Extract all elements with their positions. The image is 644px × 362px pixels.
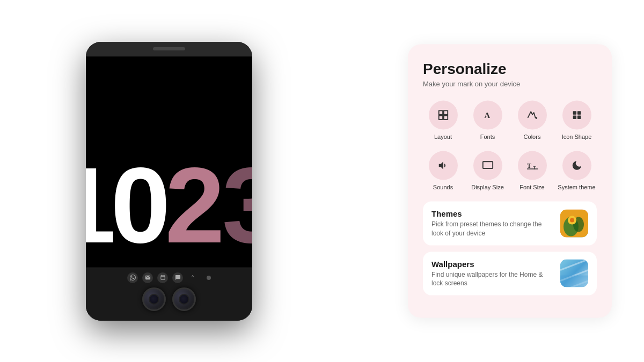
camera-inner-right xyxy=(179,294,189,305)
camera-row xyxy=(142,287,196,311)
colors-label: Colors xyxy=(524,132,541,140)
sidebar-item-font-size[interactable]: T T Font Size xyxy=(512,151,552,190)
fonts-icon-circle: A xyxy=(473,100,502,129)
phone-body: 10 2 3 xyxy=(86,42,252,321)
themes-text: Themes Pick from preset themes to change… xyxy=(431,209,553,238)
phone-mockup: 10 2 3 xyxy=(86,42,252,321)
svg-text:T: T xyxy=(532,165,536,171)
icon-shape-circle xyxy=(562,100,591,129)
sounds-label: Sounds xyxy=(433,183,453,190)
svg-rect-0 xyxy=(438,110,442,114)
layout-label: Layout xyxy=(434,132,452,140)
phone-screen: 10 2 3 xyxy=(86,57,252,267)
hinge-bar xyxy=(153,47,185,50)
personalize-panel: Personalize Make your mark on your devic… xyxy=(408,44,612,318)
wallpapers-card[interactable]: Wallpapers Find unique wallpapers for th… xyxy=(423,252,597,295)
display-size-label: Display Size xyxy=(471,183,504,190)
layout-icon-circle xyxy=(429,100,458,129)
svg-rect-23 xyxy=(560,276,588,287)
icon-shape-label: Icon Shape xyxy=(562,132,592,140)
dot-indicator xyxy=(207,276,211,280)
panel-subtitle: Make your mark on your device xyxy=(423,79,597,87)
display-size-icon-circle xyxy=(473,151,502,180)
sidebar-item-layout[interactable]: Layout xyxy=(423,100,463,140)
phone-hinge xyxy=(86,42,252,57)
camera-inner-left xyxy=(149,294,159,305)
whatsapp-icon xyxy=(127,272,138,283)
system-theme-label: System theme xyxy=(558,183,595,190)
svg-text:A: A xyxy=(484,111,490,120)
mail-icon xyxy=(142,272,153,283)
themes-card[interactable]: Themes Pick from preset themes to change… xyxy=(423,202,597,246)
status-icons-row: ^ xyxy=(86,268,252,285)
sidebar-item-fonts[interactable]: A Fonts xyxy=(467,100,508,140)
clock-digit-2: 2 xyxy=(165,152,222,259)
wallpapers-thumbnail xyxy=(560,260,588,287)
svg-rect-2 xyxy=(438,115,442,119)
svg-point-5 xyxy=(535,117,537,119)
system-theme-icon-circle xyxy=(562,151,591,180)
colors-icon-circle xyxy=(518,100,547,129)
clock-hour: 10 xyxy=(86,152,165,259)
expand-arrow-icon: ^ xyxy=(187,272,198,283)
phone-bottom: ^ xyxy=(86,267,252,321)
sidebar-item-system-theme[interactable]: System theme xyxy=(557,151,597,190)
themes-title: Themes xyxy=(431,209,553,218)
svg-rect-1 xyxy=(443,110,447,114)
fonts-label: Fonts xyxy=(480,132,495,140)
svg-rect-10 xyxy=(482,161,492,168)
sidebar-item-display-size[interactable]: Display Size xyxy=(467,151,508,190)
themes-desc: Pick from preset themes to change the lo… xyxy=(431,220,553,238)
svg-rect-3 xyxy=(443,115,447,119)
sidebar-item-icon-shape[interactable]: Icon Shape xyxy=(557,100,597,140)
personalize-grid-row1: Layout A Fonts Colors xyxy=(423,100,597,140)
font-size-label: Font Size xyxy=(519,183,544,190)
personalize-grid-row2: Sounds Display Size T T xyxy=(423,151,597,190)
clock-display: 10 2 3 xyxy=(86,57,252,267)
main-scene: 10 2 3 xyxy=(0,0,644,362)
themes-thumbnail xyxy=(560,210,588,238)
wallpapers-title: Wallpapers xyxy=(431,259,553,268)
font-size-icon-circle: T T xyxy=(518,151,547,180)
svg-text:T: T xyxy=(526,162,531,169)
camera-lens-left xyxy=(142,287,166,311)
message-icon xyxy=(172,272,183,283)
clock-digit-3: 3 xyxy=(222,152,252,259)
sounds-icon-circle xyxy=(429,151,458,180)
svg-rect-8 xyxy=(573,115,576,119)
wallpapers-text: Wallpapers Find unique wallpapers for th… xyxy=(431,259,553,288)
svg-rect-9 xyxy=(577,115,580,119)
sidebar-item-colors[interactable]: Colors xyxy=(512,100,552,140)
wallpapers-desc: Find unique wallpapers for the Home & lo… xyxy=(431,270,553,288)
svg-rect-7 xyxy=(577,111,580,114)
svg-point-18 xyxy=(570,218,574,223)
svg-rect-6 xyxy=(573,111,576,114)
calendar-icon xyxy=(157,272,168,283)
panel-title: Personalize xyxy=(423,60,597,77)
camera-lens-right xyxy=(172,287,196,311)
sidebar-item-sounds[interactable]: Sounds xyxy=(423,151,463,190)
